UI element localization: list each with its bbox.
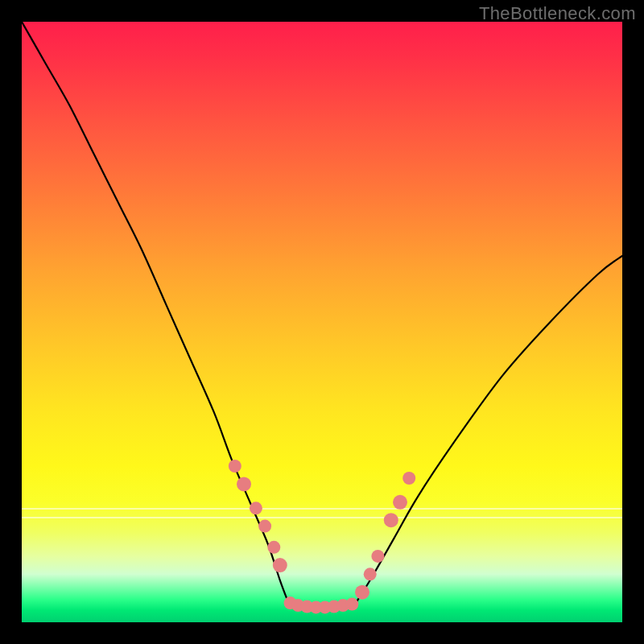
data-point [384,513,398,527]
data-point [345,598,358,611]
watermark-text: TheBottleneck.com [479,3,636,24]
data-point [371,550,384,563]
plot-area [22,22,622,622]
data-point [273,558,287,572]
curve-right-limb [355,256,622,605]
data-point [250,502,262,514]
curve-left-limb [22,22,289,605]
data-point [355,585,369,600]
bottleneck-curve [22,22,622,607]
data-point [229,460,242,473]
chart-frame: TheBottleneck.com [0,0,644,644]
data-points [229,460,415,613]
data-point [393,495,407,510]
data-point [237,477,251,491]
data-point [364,568,377,580]
data-point [258,520,271,533]
data-point [267,541,280,554]
data-point [402,472,415,485]
chart-svg [22,22,622,622]
